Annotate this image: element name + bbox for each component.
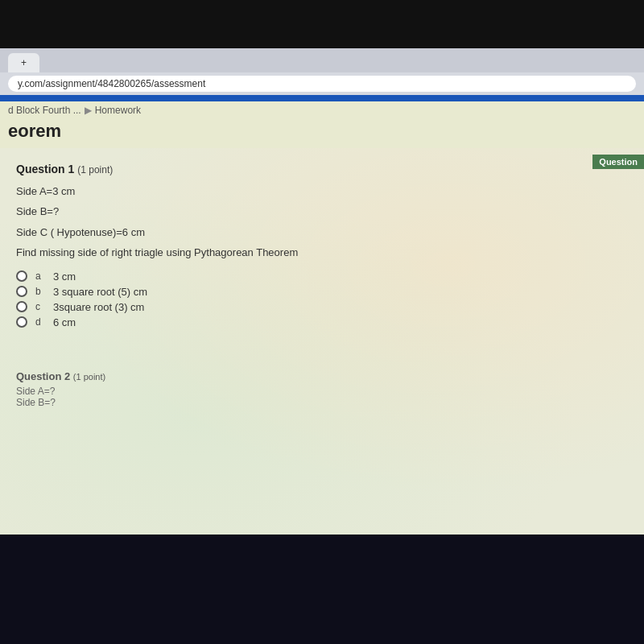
option-d[interactable]: d 6 cm xyxy=(16,316,628,328)
question1-line1: Side A=3 cm xyxy=(16,182,628,200)
breadcrumb-part1[interactable]: d Block Fourth ... xyxy=(8,105,81,116)
radio-a[interactable] xyxy=(16,270,27,282)
question1-line4: Find missing side of right triagle using… xyxy=(16,243,628,262)
url-text: y.com/assignment/4842800265/assessment xyxy=(18,78,205,89)
new-tab-button[interactable]: + xyxy=(8,53,39,72)
breadcrumb-bar: d Block Fourth ... ▶ Homework xyxy=(0,101,644,119)
question1-line3: Side C ( Hypotenuse)=6 cm xyxy=(16,223,628,242)
answer-options: a 3 cm b 3 square root (5) cm c 3square … xyxy=(16,270,628,328)
top-black-bar xyxy=(0,0,644,48)
plus-icon: + xyxy=(21,57,27,68)
option-c[interactable]: c 3square root (3) cm xyxy=(16,301,628,313)
option-b[interactable]: b 3 square root (5) cm xyxy=(16,286,628,298)
page-title: eorem xyxy=(8,121,636,142)
option-c-text: 3square root (3) cm xyxy=(53,301,144,313)
question2-line2: Side B=? xyxy=(16,397,628,408)
spacer xyxy=(16,341,628,365)
question2-block: Question 2 (1 point) Side A=? Side B=? xyxy=(16,365,628,408)
question2-line1: Side A=? xyxy=(16,386,628,397)
main-content: Question Question 1 (1 point) Side A=3 c… xyxy=(0,148,644,535)
breadcrumb-part2[interactable]: Homework xyxy=(95,105,141,116)
question1-title: Question 1 (1 point) xyxy=(16,163,628,175)
question1-body: Side A=3 cm Side B=? Side C ( Hypotenuse… xyxy=(16,182,628,262)
browser-chrome: + y.com/assignment/4842800265/assessment xyxy=(0,48,644,95)
option-c-letter: c xyxy=(35,301,45,312)
breadcrumb-arrow: ▶ xyxy=(85,105,92,116)
radio-c[interactable] xyxy=(16,301,27,312)
option-d-text: 6 cm xyxy=(53,316,76,328)
question-nav-label: Question xyxy=(592,155,644,169)
question2-title-text: Question 2 xyxy=(16,370,70,382)
option-a-text: 3 cm xyxy=(53,270,76,283)
option-a-letter: a xyxy=(35,270,45,282)
radio-b[interactable] xyxy=(16,286,27,297)
page-title-bar: eorem xyxy=(0,119,644,148)
address-bar-row: y.com/assignment/4842800265/assessment xyxy=(0,72,644,95)
option-a[interactable]: a 3 cm xyxy=(16,270,628,283)
radio-d[interactable] xyxy=(16,316,27,328)
question1-line2: Side B=? xyxy=(16,202,628,221)
question2-body: Side A=? Side B=? xyxy=(16,386,628,408)
question1-title-text: Question 1 xyxy=(16,163,74,175)
screen: + y.com/assignment/4842800265/assessment… xyxy=(0,0,644,644)
question2-title: Question 2 (1 point) xyxy=(16,370,628,382)
option-b-letter: b xyxy=(35,286,45,297)
question1-points: (1 point) xyxy=(77,164,113,175)
question1-block: Question 1 (1 point) Side A=3 cm Side B=… xyxy=(16,156,628,328)
option-b-text: 3 square root (5) cm xyxy=(53,286,147,298)
option-d-letter: d xyxy=(35,316,45,328)
blue-nav-bar xyxy=(0,95,644,101)
tab-bar: + xyxy=(0,48,644,72)
address-bar[interactable]: y.com/assignment/4842800265/assessment xyxy=(8,76,636,92)
question2-points: (1 point) xyxy=(73,372,105,382)
